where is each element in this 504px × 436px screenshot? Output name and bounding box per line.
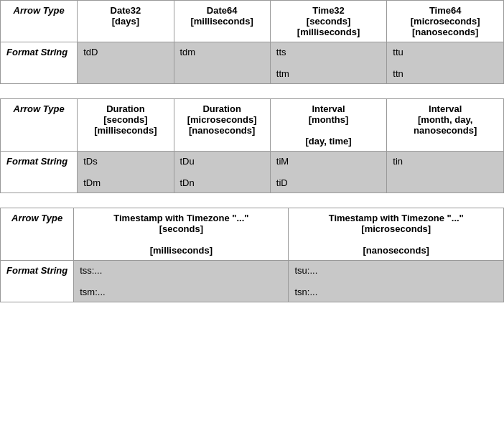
arrow-type-label-3: Arrow Type bbox=[1, 208, 74, 261]
data-tds-tdm: tDstDm bbox=[78, 152, 174, 193]
data-tts-ttm: ttsttm bbox=[270, 42, 387, 84]
format-string-label-3: Format String bbox=[1, 261, 74, 302]
arrow-type-label-1: Arrow Type bbox=[1, 1, 78, 42]
data-tdm1: tdm bbox=[174, 42, 270, 84]
col-header-ts-s-ms: Timestamp with Timezone "..."[seconds][m… bbox=[74, 208, 289, 261]
table-section1: Arrow Type Date32[days] Date64[milliseco… bbox=[0, 0, 504, 84]
data-tsu-tsn: tsu:...tsn:... bbox=[289, 261, 504, 302]
col-header-time64: Time64[microseconds][nanoseconds] bbox=[387, 1, 504, 42]
format-string-label-2: Format String bbox=[1, 152, 78, 193]
col-header-duration-us-ns: Duration[microseconds][nanoseconds] bbox=[174, 99, 270, 152]
table-section3: Arrow Type Timestamp with Timezone "..."… bbox=[0, 208, 504, 302]
data-tdd: tdD bbox=[78, 42, 174, 84]
data-tin: tin bbox=[387, 152, 504, 193]
col-header-duration-s-ms: Duration[seconds][milliseconds] bbox=[78, 99, 174, 152]
col-header-interval-month-day-ns: Interval[month, day,nanoseconds] bbox=[387, 99, 504, 152]
data-tss-tsm: tss:...tsm:... bbox=[74, 261, 289, 302]
data-tim-tid: tiMtiD bbox=[270, 152, 387, 193]
data-ttu-ttn: ttuttn bbox=[387, 42, 504, 84]
col-header-time32: Time32[seconds][milliseconds] bbox=[270, 1, 387, 42]
table-section2: Arrow Type Duration[seconds][millisecond… bbox=[0, 98, 504, 193]
arrow-type-label-2: Arrow Type bbox=[1, 99, 78, 152]
col-header-date64: Date64[milliseconds] bbox=[174, 1, 270, 42]
col-header-date32: Date32[days] bbox=[78, 1, 174, 42]
data-tdu-tdn: tDutDn bbox=[174, 152, 270, 193]
gap1 bbox=[0, 84, 504, 98]
main-container: Arrow Type Date32[days] Date64[milliseco… bbox=[0, 0, 504, 302]
format-string-label-1: Format String bbox=[1, 42, 78, 84]
col-header-ts-us-ns: Timestamp with Timezone "..."[microsecon… bbox=[289, 208, 504, 261]
gap2 bbox=[0, 193, 504, 208]
col-header-interval-months: Interval[months][day, time] bbox=[270, 99, 387, 152]
